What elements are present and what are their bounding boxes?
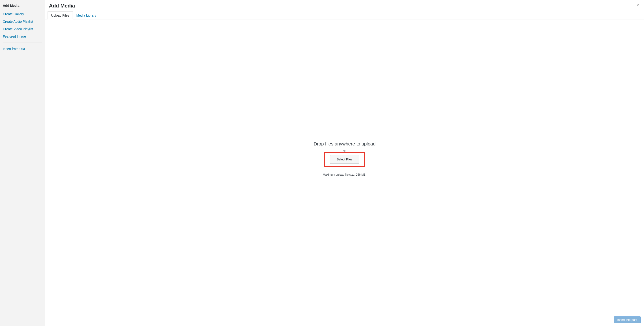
sidebar-item-featured-image[interactable]: Featured Image <box>3 33 42 40</box>
select-files-highlight: Select Files <box>324 152 365 167</box>
sidebar: Add Media Create Gallery Create Audio Pl… <box>0 0 45 326</box>
tab-media-library[interactable]: Media Library <box>73 11 100 19</box>
close-button[interactable] <box>636 2 641 8</box>
upload-area[interactable]: Drop files anywhere to upload or Select … <box>45 19 644 326</box>
sidebar-item-create-audio-playlist[interactable]: Create Audio Playlist <box>3 18 42 25</box>
tab-upload-files[interactable]: Upload Files <box>48 11 73 19</box>
sidebar-item-create-gallery[interactable]: Create Gallery <box>3 10 42 18</box>
close-icon <box>636 3 640 7</box>
max-upload-size: Maximum upload file size: 256 MB. <box>323 173 366 176</box>
main-panel: Add Media Upload Files Media Library Dro… <box>45 0 644 326</box>
sidebar-item-insert-from-url[interactable]: Insert from URL <box>3 45 42 53</box>
sidebar-heading: Add Media <box>3 4 42 7</box>
select-files-button[interactable]: Select Files <box>330 155 359 164</box>
sidebar-item-create-video-playlist[interactable]: Create Video Playlist <box>3 25 42 33</box>
drop-instruction: Drop files anywhere to upload <box>314 141 376 147</box>
tabs: Upload Files Media Library <box>45 11 644 19</box>
insert-into-post-button[interactable]: Insert into post <box>614 317 641 323</box>
add-media-modal: Add Media Create Gallery Create Audio Pl… <box>0 0 644 326</box>
main-header: Add Media <box>45 0 644 11</box>
footer: Insert into post <box>45 313 644 326</box>
page-title: Add Media <box>49 0 640 11</box>
